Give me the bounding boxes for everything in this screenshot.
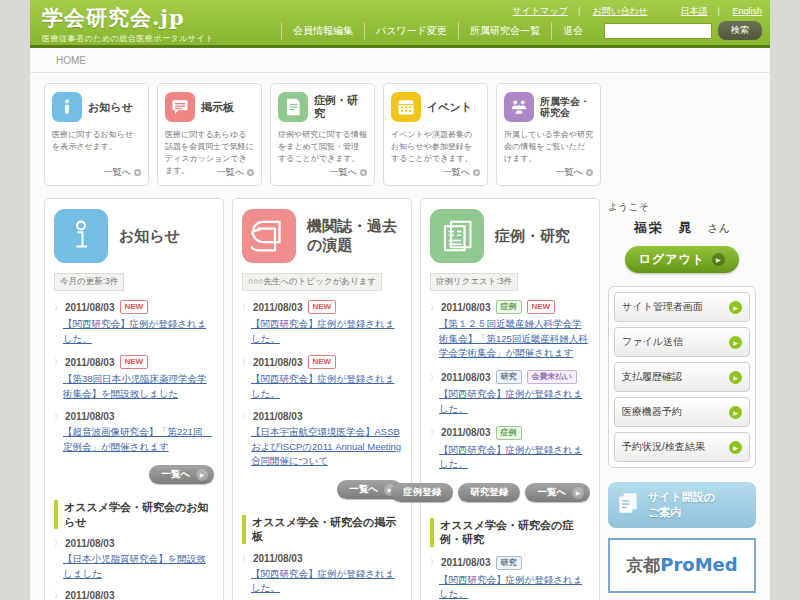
chevron-right-icon: 〉 [242,411,250,422]
search-input[interactable] [604,23,712,39]
chevron-right-icon: 〉 [54,411,62,422]
sidebar-item-reserve-status[interactable]: 予約状況/検査結果▶ [614,432,750,462]
chevron-right-icon: 〉 [54,302,62,313]
welcome-label: ようこそ [608,200,756,214]
nav-card-news[interactable]: お知らせ 医療に関するお知らせを表示させます。 一覧へ [44,83,149,186]
logout-button[interactable]: ログアウト▶ [625,246,739,273]
user-name: 福栄 晁 [634,220,694,235]
journal-column: 機関誌・過去の演題 ○○○先生へのトピックがあります 〉2011/08/03NE… [232,198,412,600]
lang-en-link[interactable]: English [732,6,762,16]
entry-link[interactable]: 【関西研究会】症例が登録されました。 [251,567,402,596]
site-header: 学会研究会.jp 医療従事者のための総合医療ポータルサイト サイトマップ| お問… [30,0,770,48]
page-container: 学会研究会.jp 医療従事者のための総合医療ポータルサイト サイトマップ| お問… [30,0,770,600]
site-guide-banner[interactable]: サイト開設の ご案内 [608,482,756,528]
case-register-button[interactable]: 症例登録 [391,483,453,502]
news-list-button[interactable]: 一覧へ▶ [149,465,214,484]
sidebar-item-device-reserve[interactable]: 医療機器予約▶ [614,397,750,427]
menu-society-list[interactable]: 所属研究会一覧 [458,22,551,40]
menu-member-edit[interactable]: 会員情報編集 [281,22,364,40]
calendar-icon [391,92,421,122]
menu-password-change[interactable]: パスワード変更 [364,22,458,40]
documents-icon [615,490,641,520]
unpaid-badge: 会費未払い [527,370,577,384]
new-badge: NEW [120,355,149,369]
news-list-link[interactable]: 一覧へ [104,166,141,179]
menu-withdraw[interactable]: 退会 [551,22,594,40]
sidebar-item-payment-history[interactable]: 支払履歴確認▶ [614,362,750,392]
case-research-column: 症例・研究 症例リクエスト:3件 〉2011/08/03症例NEW 【第１２５回… [420,198,600,600]
info-icon [54,209,108,263]
column-title: お知らせ [119,227,180,246]
new-badge: NEW [527,300,556,314]
case-badge: 症例 [496,426,522,440]
research-badge: 研究 [496,556,522,570]
entry-link[interactable]: 【関西研究会】症例が登録されました。 [439,443,590,472]
arrow-right-icon: ▶ [729,336,742,349]
research-badge: 研究 [496,370,522,384]
nav-card-event[interactable]: イベント イベントや演題募集のお知らせや参加登録をすることができます。 一覧へ [383,83,488,186]
event-list-link[interactable]: 一覧へ [443,166,480,179]
sidebar-item-file-send[interactable]: ファイル送信▶ [614,327,750,357]
nav-card-society[interactable]: 所属学会・研究会 所属している学会や研究会の情報をご覧いただけます。 一覧へ [496,83,601,186]
kyoto-promed-banner[interactable]: 京都ProMed [608,538,756,593]
list-item: 〉2011/08/03症例NEW 【第１２５回近畿産婦人科学会学術集会】「第12… [430,300,590,361]
entry-date: 2011/08/03 [441,427,491,438]
people-icon [504,92,534,122]
nav-card-desc: 所属している学会や研究会の情報をご覧いただけます。 [504,129,593,165]
nav-card-case[interactable]: 症例・研究 症例や研究に関する情報をまとめて閲覧・管理することができます。 一覧… [270,83,375,186]
board-list-link[interactable]: 一覧へ [217,166,254,179]
entry-link[interactable]: 【関西研究会】症例が登録されました。 [251,317,402,346]
chevron-right-icon: 〉 [54,590,62,600]
list-item: 〉2011/08/03NEW 【関西研究会】症例が登録されました。 [242,355,402,401]
entry-link[interactable]: 【日本小児脂質研究会】を開設致しました [63,552,214,581]
nav-card-title: イベント [427,101,472,114]
chevron-right-icon: 〉 [242,357,250,368]
divider: | [718,6,720,16]
entry-link[interactable]: 【第38回日本小児臨床薬理学会学術集会】を開設致しました [63,372,214,401]
lang-ja-link[interactable]: 日本語 [681,6,708,16]
case-badge: 症例 [496,300,522,314]
entry-date: 2011/08/03 [441,302,491,313]
recommended-board-title: オススメ学会・研究会の掲示板 [242,515,402,544]
chevron-right-icon: 〉 [242,302,250,313]
entry-date: 2011/08/03 [441,372,491,383]
divider: | [578,6,580,16]
society-list-link[interactable]: 一覧へ [556,166,593,179]
entry-link[interactable]: 【関西研究会】症例が登録されました。 [63,317,214,346]
arrow-circle-icon [360,169,367,176]
entry-link[interactable]: 【関西研究会】症例が登録されました。 [439,573,590,600]
search-button[interactable]: 検索 [718,21,762,40]
column-title: 機関誌・過去の演題 [307,217,402,255]
entry-link[interactable]: 【関西研究会】症例が登録されました。 [439,387,590,416]
case-list-button[interactable]: 一覧へ▶ [525,483,590,502]
nav-card-title: お知らせ [88,101,133,114]
list-item: 〉2011/08/03 【超音波画像研究会】「第221回 定例会」が開催されます [54,411,214,454]
chevron-right-icon: 〉 [242,553,250,564]
entry-link[interactable]: 【超音波画像研究会】「第221回 定例会」が開催されます [63,425,214,454]
entry-link[interactable]: 【第１２５回近畿産婦人科学会学術集会】「第125回近畿産科婦人科学会学術集会」が… [439,317,590,361]
entry-date: 2011/08/03 [65,538,115,549]
list-item: 〉2011/08/03症例 【関西研究会】症例が登録されました。 [430,426,590,472]
case-list-link[interactable]: 一覧へ [330,166,367,179]
nav-card-title: 掲示板 [201,101,234,114]
research-register-button[interactable]: 研究登録 [458,483,520,502]
entry-link[interactable]: 【関西研究会】症例が登録されました。 [251,372,402,401]
sitemap-link[interactable]: サイトマップ [513,6,568,16]
case-request-tag: 症例リクエスト:3件 [430,273,518,291]
nav-card-board[interactable]: 掲示板 医療に関するあらゆる話題を会員同士で気軽にディスカッションできます。 一… [157,83,262,186]
contact-link[interactable]: お問い合わせ [593,6,648,16]
arrow-right-icon: ▶ [729,301,742,314]
arrow-right-icon: ▶ [572,487,584,499]
nav-card-desc: イベントや演題募集のお知らせや参加登録をすることができます。 [391,129,480,165]
sidebar-item-admin[interactable]: サイト管理者画面▶ [614,292,750,322]
content-area: お知らせ 医療に関するお知らせを表示させます。 一覧へ 掲示板 医療に関するあら… [30,83,770,600]
entry-link[interactable]: 【日本宇宙航空環境医学会】ASSBおよびISCPの2011 Annual Mee… [251,425,402,469]
entry-date: 2011/08/03 [441,557,491,568]
list-item: 〉2011/08/03 【関西研究会】症例が登録されました。 [242,553,402,596]
header-menu: 会員情報編集 パスワード変更 所属研究会一覧 退会 検索 [281,21,762,40]
sidebar: ようこそ 福栄 晁 さん ログアウト▶ サイト管理者画面▶ ファイル送信▶ 支払… [608,198,756,600]
arrow-right-icon: ▶ [729,441,742,454]
nav-card-title: 症例・研究 [314,94,367,119]
site-banner-line1: サイト開設の [648,491,715,503]
site-logo[interactable]: 学会研究会.jp 医療従事者のための総合医療ポータルサイト [42,4,214,44]
